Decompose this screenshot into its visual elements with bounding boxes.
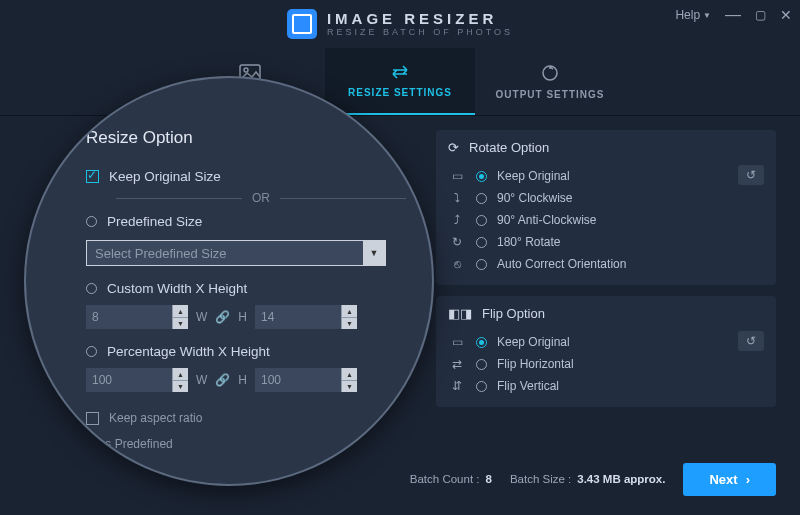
rotate-keep-label: Keep Original [497,169,570,183]
flip-horizontal-radio[interactable] [476,359,487,370]
rotate-reset-button[interactable]: ↺ [738,165,764,185]
pheight-step-down[interactable]: ▼ [341,380,357,392]
flip-keep-radio[interactable] [476,337,487,348]
h-label-2: H [238,373,247,387]
link-icon-2[interactable]: 🔗 [215,373,230,387]
custom-size-label: Custom Width X Height [107,281,247,296]
rotate-keep-radio[interactable] [476,171,487,182]
rotate-cw-label: 90° Clockwise [497,191,573,205]
flip-panel: ◧◨ Flip Option ▭ Keep Original ↺ ⇄ Flip … [436,296,776,407]
custom-width-input[interactable] [86,305,172,329]
pwidth-step-down[interactable]: ▼ [172,380,188,392]
chevron-down-icon: ▼ [363,241,385,265]
width-step-up[interactable]: ▲ [172,305,188,317]
minimize-button[interactable]: — [725,6,741,24]
keep-original-size-label: Keep Original Size [109,169,221,184]
keep-aspect-ratio-checkbox[interactable] [86,412,99,425]
rotate-heading: Rotate Option [469,140,549,155]
batch-count: Batch Count : 8 [410,473,492,485]
gear-icon [540,63,560,83]
link-icon[interactable]: 🔗 [215,310,230,324]
maximize-button[interactable]: ▢ [755,8,766,22]
flip-horizontal-label: Flip Horizontal [497,357,574,371]
w-label-2: W [196,373,207,387]
rotate-cw-radio[interactable] [476,193,487,204]
rotate-acw-label: 90° Anti-Clockwise [497,213,597,227]
flip-vertical-label: Flip Vertical [497,379,559,393]
width-step-down[interactable]: ▼ [172,317,188,329]
app-title: IMAGE RESIZER [327,11,513,26]
acw-icon: ⤴ [448,213,466,227]
height-step-up[interactable]: ▲ [341,305,357,317]
rotate-panel: ⟳ Rotate Option ▭ Keep Original ↺ ⤵ 90° … [436,130,776,285]
rotate-acw-radio[interactable] [476,215,487,226]
predefined-size-select[interactable]: Select Predefined Size ▼ [86,240,386,266]
rotate-auto-label: Auto Correct Orientation [497,257,626,271]
flip-vertical-radio[interactable] [476,381,487,392]
height-step-down[interactable]: ▼ [341,317,357,329]
percent-height-input[interactable] [255,368,341,392]
flip-h-icon: ⇄ [448,357,466,371]
percent-size-label: Percentage Width X Height [107,344,270,359]
predefined-size-radio[interactable] [86,216,97,227]
batch-size: Batch Size : 3.43 MB approx. [510,473,666,485]
custom-height-input[interactable] [255,305,341,329]
rotate-180-label: 180° Rotate [497,235,561,249]
rotate-180-radio[interactable] [476,237,487,248]
keep-rotate-icon: ▭ [448,169,466,183]
resize-icon [389,63,411,81]
auto-orient-icon: ⎋ [448,257,466,271]
custom-size-radio[interactable] [86,283,97,294]
keep-flip-icon: ▭ [448,335,466,349]
predefined-select-placeholder: Select Predefined Size [95,246,227,261]
w-label: W [196,310,207,324]
save-as-predefined-link[interactable]: Save as Predefined [68,437,173,451]
pwidth-step-up[interactable]: ▲ [172,368,188,380]
svg-point-1 [244,68,248,72]
flip-keep-label: Keep Original [497,335,570,349]
next-button[interactable]: Next › [683,463,776,496]
or-divider: OR [252,191,270,205]
app-logo [287,9,317,39]
flip-heading: Flip Option [482,306,545,321]
percent-width-input[interactable] [86,368,172,392]
resize-heading: Resize Option [86,128,193,148]
keep-original-size-checkbox[interactable] [86,170,99,183]
tab-output-settings[interactable]: OUTPUT SETTINGS [475,48,625,115]
pheight-step-up[interactable]: ▲ [341,368,357,380]
rotate-auto-radio[interactable] [476,259,487,270]
help-menu[interactable]: Help ▼ [675,8,711,22]
cw-icon: ⤵ [448,191,466,205]
app-subtitle: RESIZE BATCH OF PHOTOS [327,28,513,37]
chevron-right-icon: › [746,472,750,487]
rotate180-icon: ↻ [448,235,466,249]
predefined-size-label: Predefined Size [107,214,202,229]
flip-v-icon: ⇵ [448,379,466,393]
flip-icon: ◧◨ [448,306,472,321]
close-button[interactable]: ✕ [780,7,792,23]
keep-aspect-ratio-label: Keep aspect ratio [109,411,202,425]
zoom-lens: Resize Option Keep Original Size OR Pred… [24,76,434,486]
rotate-icon: ⟳ [448,140,459,155]
percent-size-radio[interactable] [86,346,97,357]
chevron-down-icon: ▼ [703,11,711,20]
flip-reset-button[interactable]: ↺ [738,331,764,351]
h-label: H [238,310,247,324]
tab-resize-settings[interactable]: RESIZE SETTINGS [325,48,475,115]
